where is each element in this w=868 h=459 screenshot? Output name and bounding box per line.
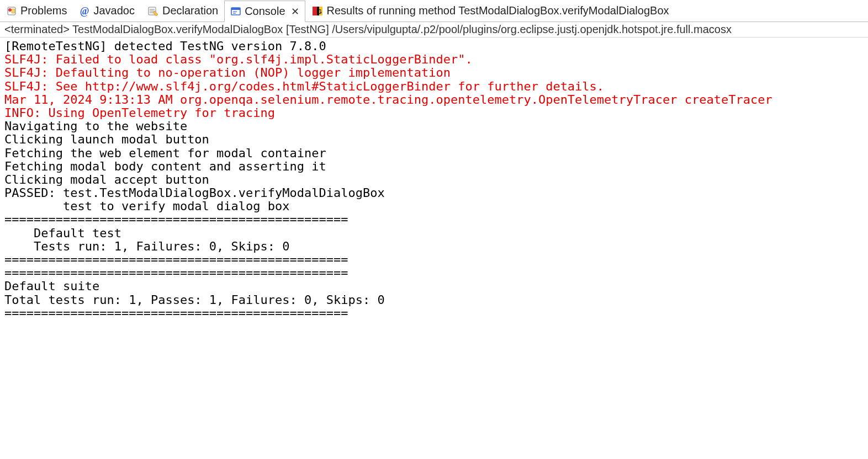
tab-label: Console xyxy=(245,5,285,18)
console-line: Default test xyxy=(4,227,864,240)
tab-label: Problems xyxy=(20,4,67,17)
console-line: Default suite xyxy=(4,280,864,293)
console-launch-status: <terminated> TestModalDialogBox.verifyMo… xyxy=(0,22,868,38)
tab-label: Declaration xyxy=(162,4,218,17)
console-line: ========================================… xyxy=(4,307,864,320)
console-line: Total tests run: 1, Passes: 1, Failures:… xyxy=(4,293,864,307)
console-line: Mar 11, 2024 9:13:13 AM org.openqa.selen… xyxy=(4,93,864,106)
console-line: SLF4J: See http://www.slf4j.org/codes.ht… xyxy=(4,80,864,93)
console-line: Clicking modal accept button xyxy=(4,173,864,186)
tab-problems[interactable]: Problems xyxy=(0,0,73,22)
tab-javadoc[interactable]: @ Javadoc xyxy=(73,0,141,22)
console-line: PASSED: test.TestModalDialogBox.verifyMo… xyxy=(4,186,864,200)
console-line: test to verify modal dialog box xyxy=(4,200,864,213)
declaration-icon xyxy=(147,6,159,17)
console-icon xyxy=(230,6,241,17)
javadoc-at-icon: @ xyxy=(79,6,90,17)
tab-testng-results[interactable]: G Results of running method TestModalDia… xyxy=(305,0,675,22)
console-line: ========================================… xyxy=(4,253,864,266)
svg-text:G: G xyxy=(317,9,322,15)
console-line: Fetching modal body content and assertin… xyxy=(4,160,864,173)
console-line: ========================================… xyxy=(4,266,864,280)
console-output: [RemoteTestNG] detected TestNG version 7… xyxy=(0,38,868,322)
testng-icon: G xyxy=(311,6,324,17)
tab-declaration[interactable]: Declaration xyxy=(141,0,224,22)
svg-point-1 xyxy=(8,8,12,12)
console-line: Clicking launch modal button xyxy=(4,133,864,146)
console-line: ========================================… xyxy=(4,213,864,226)
tab-label: Javadoc xyxy=(93,4,135,17)
close-icon[interactable]: ✕ xyxy=(291,6,299,18)
console-line: Tests run: 1, Failures: 0, Skips: 0 xyxy=(4,240,864,253)
console-line: INFO: Using OpenTelemetry for tracing xyxy=(4,106,864,120)
view-tab-bar: Problems @ Javadoc Declaration xyxy=(0,0,868,22)
console-line: Fetching the web element for modal conta… xyxy=(4,147,864,160)
tab-console[interactable]: Console ✕ xyxy=(224,1,305,22)
problems-icon xyxy=(6,6,17,17)
console-line: [RemoteTestNG] detected TestNG version 7… xyxy=(4,40,864,53)
svg-text:@: @ xyxy=(80,6,89,17)
console-line: Navigating to the website xyxy=(4,120,864,133)
tab-label: Results of running method TestModalDialo… xyxy=(327,4,669,17)
svg-rect-8 xyxy=(231,8,240,10)
svg-rect-11 xyxy=(313,7,317,15)
console-line: SLF4J: Failed to load class "org.slf4j.i… xyxy=(4,53,864,66)
console-line: SLF4J: Defaulting to no-operation (NOP) … xyxy=(4,66,864,79)
